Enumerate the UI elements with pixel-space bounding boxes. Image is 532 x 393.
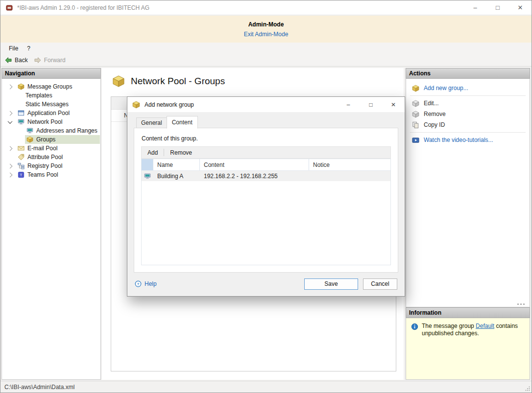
add-new-group-action[interactable]: Add new group...: [406, 83, 530, 93]
tab-general[interactable]: General: [136, 117, 167, 128]
tree-item-label: Groups: [36, 136, 55, 143]
video-tutorials-icon: [412, 137, 419, 144]
dialog-minimize-button[interactable]: –: [337, 97, 360, 112]
dialog-group-icon: [132, 101, 140, 109]
tree-item-label: Static Messages: [25, 101, 69, 108]
add-group-icon: [412, 85, 419, 92]
back-arrow-icon: [4, 56, 12, 64]
maximize-button[interactable]: □: [486, 0, 509, 15]
action-label: Copy ID: [424, 121, 445, 128]
sidebar-item-registry-pool[interactable]: Registry Pool: [2, 162, 100, 170]
minimize-button[interactable]: –: [464, 0, 486, 15]
column-header-notice[interactable]: Notice: [309, 159, 390, 170]
dialog-tab-strip: General Content: [136, 116, 197, 128]
sidebar-item-teams-pool[interactable]: T Teams Pool: [2, 170, 100, 179]
window-title: *IBI-aws Admin 1.29.0 - registered for I…: [17, 4, 149, 11]
action-label: Remove: [424, 111, 446, 117]
save-button[interactable]: Save: [304, 278, 358, 290]
content-toolbar: Add Remove: [141, 146, 391, 159]
resize-grip-icon[interactable]: [525, 386, 531, 392]
app-logo-icon: [5, 4, 13, 12]
svg-text:?: ?: [137, 282, 140, 286]
row-notice-cell: [309, 171, 390, 181]
dialog-title: Add network group: [145, 101, 194, 108]
remove-button[interactable]: Remove: [165, 148, 197, 158]
sidebar-item-groups-selected[interactable]: Groups: [2, 135, 100, 144]
help-link[interactable]: ? Help: [135, 280, 157, 287]
actions-separator: [410, 132, 526, 133]
menu-bar: File ?: [0, 43, 532, 54]
actions-panel-header: Actions: [406, 68, 530, 79]
history-toolbar: Back Forward: [0, 54, 532, 67]
action-label: Edit...: [424, 100, 439, 107]
dialog-maximize-button[interactable]: □: [360, 97, 382, 112]
page-header: Network Pool - Groups: [102, 68, 404, 88]
help-label: Help: [145, 280, 157, 287]
app-window: *IBI-aws Admin 1.29.0 - registered for I…: [0, 0, 532, 393]
column-header-content[interactable]: Content: [200, 159, 309, 170]
video-tutorials-action[interactable]: Watch the video-tutorials...: [406, 135, 530, 145]
dialog-titlebar[interactable]: Add network group – □ ✕: [127, 97, 405, 112]
help-icon: ?: [135, 280, 142, 287]
default-group-link[interactable]: Default: [476, 323, 494, 329]
chevron-down-icon[interactable]: [6, 120, 14, 124]
copy-id-icon: [412, 121, 419, 129]
selected-item-highlight[interactable]: Groups: [25, 135, 100, 144]
forward-button[interactable]: Forward: [34, 56, 66, 64]
column-header-selector[interactable]: [142, 159, 153, 170]
info-text-before: The message group: [422, 323, 476, 329]
panel-splitter-dots[interactable]: [517, 303, 525, 305]
chevron-right-icon[interactable]: [6, 173, 14, 177]
chevron-right-icon[interactable]: [6, 112, 14, 115]
groups-icon: [26, 136, 33, 143]
content-tab-panel: Content of this group. Add Remove Name C…: [134, 128, 398, 273]
teams-pool-icon: T: [18, 171, 24, 178]
back-button[interactable]: Back: [4, 56, 28, 64]
message-groups-icon: [18, 83, 24, 90]
information-panel: Information The message group Default co…: [406, 307, 530, 380]
tree-item-label: Teams Pool: [27, 171, 58, 178]
edit-action[interactable]: Edit...: [406, 98, 530, 109]
information-message: The message group Default contains unpub…: [422, 323, 522, 337]
chevron-right-icon[interactable]: [6, 85, 14, 89]
exit-admin-mode-link[interactable]: Exit Admin-Mode: [244, 31, 289, 38]
add-button[interactable]: Add: [143, 148, 163, 158]
window-titlebar[interactable]: *IBI-aws Admin 1.29.0 - registered for I…: [0, 0, 532, 15]
actions-separator: [410, 95, 526, 96]
attribute-pool-icon: [18, 154, 24, 161]
window-controls: – □ ✕: [464, 0, 532, 15]
menu-file[interactable]: File: [4, 44, 23, 53]
email-pool-icon: [18, 145, 24, 152]
dialog-controls: – □ ✕: [337, 97, 405, 112]
sidebar-item-email-pool[interactable]: E-mail Pool: [2, 144, 100, 153]
group-content-table: Name Content Notice Building A 192: [141, 159, 391, 265]
sidebar-item-network-pool[interactable]: Network Pool: [2, 117, 100, 126]
remove-action[interactable]: Remove: [406, 109, 530, 119]
chevron-right-icon[interactable]: [6, 147, 14, 150]
sidebar-item-templates[interactable]: Templates: [2, 91, 100, 100]
table-row[interactable]: Building A 192.168.2.2 - 192.168.2.255: [142, 171, 390, 181]
dialog-close-button[interactable]: ✕: [382, 97, 405, 112]
menu-help[interactable]: ?: [23, 44, 35, 53]
action-label: Add new group...: [424, 85, 468, 92]
sidebar-item-message-groups[interactable]: Message Groups: [2, 82, 100, 91]
tree-item-label: Registry Pool: [27, 162, 62, 169]
cancel-button[interactable]: Cancel: [363, 278, 397, 290]
tree-item-label: E-mail Pool: [27, 145, 57, 152]
close-button[interactable]: ✕: [509, 0, 532, 15]
admin-mode-title: Admin-Mode: [0, 21, 532, 28]
sidebar-item-application-pool[interactable]: Application Pool: [2, 109, 100, 117]
chevron-right-icon[interactable]: [6, 164, 14, 168]
network-range-icon: [144, 173, 151, 180]
sidebar-item-attribute-pool[interactable]: Attribute Pool: [2, 153, 100, 162]
tab-content[interactable]: Content: [167, 116, 198, 129]
copy-id-action[interactable]: Copy ID: [406, 119, 530, 130]
sidebar-item-static-messages[interactable]: Static Messages: [2, 100, 100, 109]
remove-icon: [412, 111, 419, 118]
navigation-panel: Navigation Message Groups Templates Stat…: [1, 68, 101, 380]
column-header-name[interactable]: Name: [153, 159, 200, 170]
sidebar-item-addresses-and-ranges[interactable]: Addresses and Ranges: [2, 126, 100, 135]
forward-label: Forward: [44, 57, 66, 64]
tree-item-label: Application Pool: [27, 110, 70, 116]
registry-pool-icon: [18, 162, 24, 169]
